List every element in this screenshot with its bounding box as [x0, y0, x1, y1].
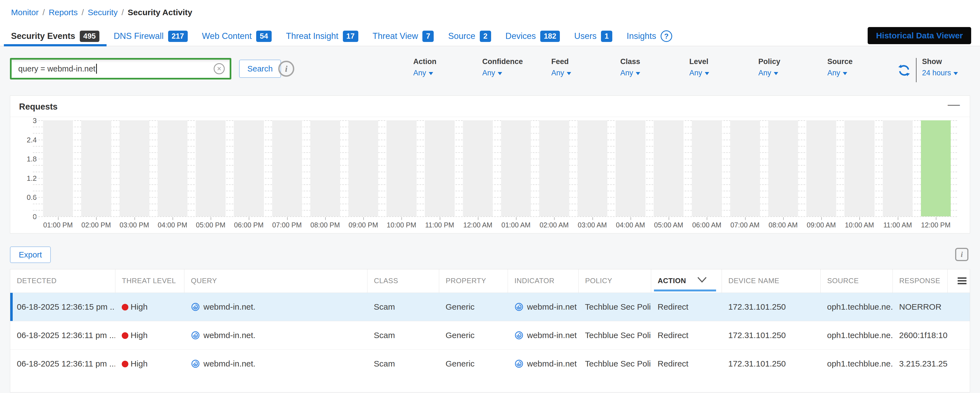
x-axis-tick-label: 01:00 PM	[39, 217, 77, 229]
x-axis-tick	[859, 217, 860, 220]
filter-dropdown-feed[interactable]: Any	[551, 69, 620, 77]
tab-threat-insight[interactable]: Threat Insight17	[279, 27, 366, 46]
x-axis-tick	[96, 217, 97, 220]
security-events-table: DETECTEDTHREAT LEVELQUERYCLASSPROPERTYIN…	[10, 269, 970, 378]
chevron-down-icon	[429, 72, 433, 75]
filter-action: ActionAny	[413, 57, 482, 77]
chart-hour-slot	[230, 120, 268, 216]
search-button[interactable]: Search	[239, 60, 281, 78]
chart-empty-band	[196, 120, 226, 216]
chart-empty-band	[539, 120, 569, 216]
chevron-down-icon	[697, 277, 707, 285]
tab-security-events[interactable]: Security Events495	[4, 27, 107, 46]
search-info-icon[interactable]: i	[278, 61, 294, 77]
table-header-row: DETECTEDTHREAT LEVELQUERYCLASSPROPERTYIN…	[10, 269, 970, 293]
high-threat-dot-icon	[122, 332, 128, 339]
column-header-detected[interactable]: DETECTED	[10, 269, 115, 293]
x-axis-tick-label: 12:00 PM	[917, 217, 955, 229]
historical-data-viewer-button[interactable]: Historical Data Viewer	[868, 27, 971, 44]
breadcrumb: Monitor / Reports / Security / Security …	[11, 8, 192, 17]
x-axis-tick-label: 12:00 AM	[459, 217, 497, 229]
filter-dropdown-action[interactable]: Any	[413, 69, 482, 77]
cell-property: Generic	[439, 321, 508, 349]
tab-insights[interactable]: Insights?	[619, 27, 679, 46]
x-axis-tick	[554, 217, 555, 220]
cell-detected: 06-18-2025 12:36:11 pm ...	[10, 321, 115, 349]
cell-indicator: webmd-in.net	[508, 321, 578, 349]
breadcrumb-link-reports[interactable]: Reports	[49, 8, 78, 17]
table-row[interactable]: 06-18-2025 12:36:15 pm ...Highwebmd-in.n…	[10, 293, 970, 321]
refresh-icon[interactable]	[897, 64, 911, 77]
cell-property: Generic	[439, 293, 508, 321]
column-header-policy[interactable]: POLICY	[578, 269, 651, 293]
filter-confidence: ConfidenceAny	[482, 57, 551, 77]
clear-search-icon[interactable]: ×	[214, 63, 225, 74]
chart-empty-band	[883, 120, 913, 216]
tab-label: Security Events	[11, 31, 75, 41]
filter-value-text: Any	[689, 69, 702, 77]
export-button[interactable]: Export	[10, 247, 51, 263]
show-filter: Show 24 hours	[922, 57, 980, 77]
chart-empty-band	[310, 120, 340, 216]
x-axis-tick	[325, 217, 326, 220]
x-axis-tick	[173, 217, 173, 220]
cell-detected: 06-18-2025 12:36:15 pm ...	[10, 293, 115, 321]
column-header-property[interactable]: PROPERTY	[439, 269, 508, 293]
tab-threat-view[interactable]: Threat View7	[366, 27, 441, 46]
chart-bar[interactable]	[921, 120, 951, 216]
breadcrumb-separator: /	[81, 8, 84, 17]
table-menu-icon[interactable]	[958, 277, 966, 284]
column-header-source[interactable]: SOURCE	[821, 269, 892, 293]
filter-dropdown-level[interactable]: Any	[689, 69, 758, 77]
table-row[interactable]: 06-18-2025 12:36:11 pm ...Highwebmd-in.n…	[10, 349, 970, 378]
filter-dropdown-class[interactable]: Any	[620, 69, 689, 77]
cell-device-name: 172.31.101.250	[722, 321, 821, 349]
x-axis-tick-label: 10:00 AM	[840, 217, 878, 229]
column-header-response[interactable]: RESPONSE	[892, 269, 947, 293]
x-axis-tick-label: 07:00 AM	[726, 217, 764, 229]
breadcrumb-link-monitor[interactable]: Monitor	[11, 8, 39, 17]
filter-label: Feed	[551, 57, 620, 66]
tab-source[interactable]: Source2	[441, 27, 498, 46]
tab-label: Insights	[627, 31, 656, 41]
filter-value-text: Any	[758, 69, 771, 77]
filter-label: Source	[827, 57, 896, 66]
x-axis-tick	[745, 217, 746, 220]
cell-indicator: webmd-in.net	[508, 349, 578, 378]
table-row[interactable]: 06-18-2025 12:36:11 pm ...Highwebmd-in.n…	[10, 321, 970, 349]
cell-menu	[947, 321, 970, 349]
column-header-device-name[interactable]: DEVICE NAME	[722, 269, 821, 293]
filter-dropdown-source[interactable]: Any	[827, 69, 896, 77]
events-table-panel: DETECTEDTHREAT LEVELQUERYCLASSPROPERTYIN…	[10, 269, 970, 393]
threat-indicator-icon	[191, 331, 200, 340]
show-filter-dropdown[interactable]: 24 hours	[922, 69, 980, 77]
breadcrumb-link-security[interactable]: Security	[88, 8, 118, 17]
search-input[interactable]: query = webmd-in.net ×	[10, 58, 231, 80]
collapse-panel-icon[interactable]: —	[948, 97, 960, 111]
cell-query: webmd-in.net.	[184, 293, 367, 321]
x-axis-tick-label: 08:00 AM	[764, 217, 802, 229]
tab-label: Users	[574, 31, 597, 41]
column-header-query[interactable]: QUERY	[184, 269, 367, 293]
x-axis-tick	[592, 217, 593, 220]
tab-devices[interactable]: Devices182	[498, 27, 567, 46]
filter-dropdown-confidence[interactable]: Any	[482, 69, 551, 77]
x-axis-tick-label: 05:00 PM	[192, 217, 230, 229]
filter-label: Confidence	[482, 57, 551, 66]
breadcrumb-current-page: Security Activity	[128, 8, 192, 17]
chart-title: Requests	[19, 102, 58, 112]
tab-web-content[interactable]: Web Content54	[195, 27, 279, 46]
table-info-icon[interactable]: i	[955, 248, 969, 261]
chevron-down-icon	[636, 72, 640, 75]
cell-menu	[947, 293, 970, 321]
tab-users[interactable]: Users1	[567, 27, 619, 46]
filter-dropdown-policy[interactable]: Any	[758, 69, 827, 77]
column-header-threat-level[interactable]: THREAT LEVEL	[115, 269, 184, 293]
column-header-action[interactable]: ACTION	[651, 269, 722, 293]
help-icon[interactable]: ?	[660, 30, 672, 42]
column-header-indicator[interactable]: INDICATOR	[508, 269, 578, 293]
tab-dns-firewall[interactable]: DNS Firewall217	[107, 27, 195, 46]
cell-source: oph1.techblue.ne...	[821, 349, 892, 378]
chart-hour-slot	[879, 120, 917, 216]
column-header-class[interactable]: CLASS	[367, 269, 439, 293]
